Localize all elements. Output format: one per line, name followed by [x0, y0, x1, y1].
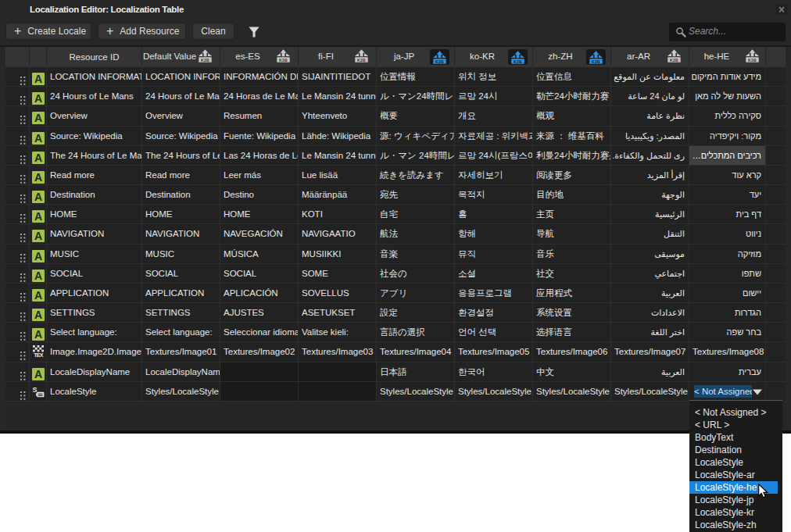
svg-text:K2B: K2B [592, 59, 600, 63]
svg-text:TEX: TEX [34, 352, 44, 358]
svg-text:K2B: K2B [279, 58, 288, 62]
svg-text:K2B: K2B [514, 59, 522, 63]
svg-text:K2B: K2B [748, 58, 757, 62]
svg-text:K2B: K2B [670, 58, 678, 62]
svg-text:S: S [33, 385, 38, 393]
svg-text:K2B: K2B [435, 59, 444, 63]
svg-text:K2B: K2B [357, 58, 366, 62]
svg-text:K2B: K2B [201, 58, 209, 62]
